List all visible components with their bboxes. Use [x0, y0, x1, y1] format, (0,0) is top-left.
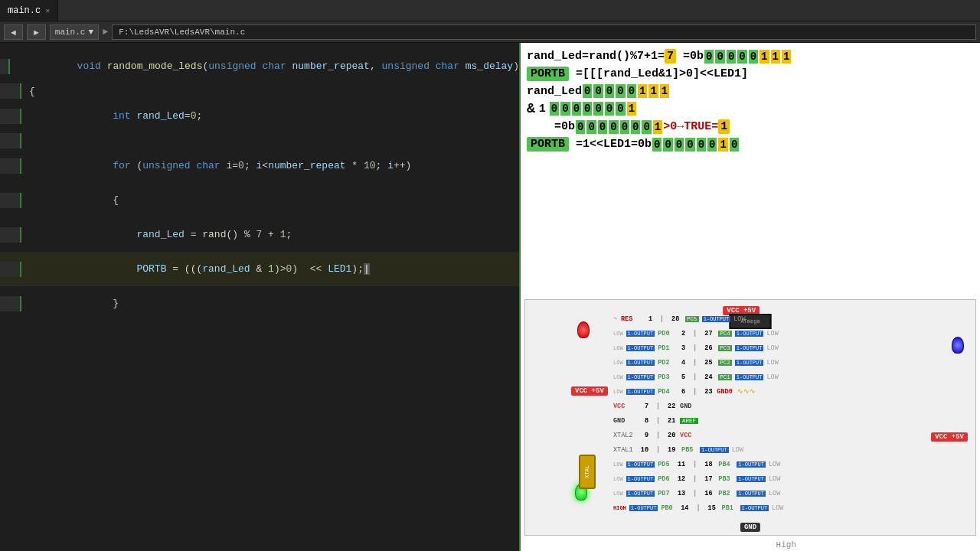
pin-row-8: GND 8 | 21 AREF: [613, 413, 783, 428]
pin6-pin: PD4: [658, 388, 673, 396]
nav-back-button[interactable]: ◄: [4, 24, 23, 40]
pin2-pin: PD0: [658, 330, 673, 337]
pin-row-1: ~ RES 1 | 28 PC5 1-OUTPUT LOW: [613, 311, 783, 326]
pin15-mode: 1-OUTPUT: [740, 505, 769, 511]
chevron-down-icon: ▼: [88, 28, 93, 37]
eq-bit-5: 1: [760, 50, 769, 64]
gnd-bottom-badge: GND: [740, 523, 760, 532]
eq-bit-6: 1: [771, 50, 780, 64]
pin14-state: HIGH: [613, 505, 626, 511]
pin24-state: LOW: [766, 373, 778, 381]
tab-main-c[interactable]: main.c ✕: [0, 0, 58, 21]
pin10-num: 10: [638, 446, 648, 454]
pin14-pin: PB0: [661, 504, 676, 512]
eq-bit-2: 0: [727, 50, 736, 64]
line-gutter: [0, 83, 21, 99]
pin4-mode: 1-OUTPUT: [626, 360, 655, 366]
pin14-num: 14: [678, 504, 688, 512]
eq5-bit-0: 0: [652, 138, 662, 152]
eq-bit-0: 0: [704, 50, 714, 64]
pin13-pin: PD7: [658, 490, 673, 497]
code-text: {: [21, 86, 35, 97]
crystal-component: XTAL: [579, 455, 596, 489]
pin13-num: 13: [675, 490, 685, 497]
code-text: int rand_Led=0;: [21, 99, 202, 133]
eq-line-1: rand_Led=rand()%7+1= 7 =0b 0 0 0 0 0 1 1…: [527, 49, 974, 64]
pin16-pb2: PB2: [718, 490, 733, 497]
code-line-6: {: [0, 183, 519, 217]
eq5-bit-6: 1: [718, 138, 727, 152]
eq4-bit-2: 0: [598, 120, 607, 134]
pin7-num-r: 22: [668, 403, 678, 410]
eq-bit-4: 0: [749, 50, 758, 64]
code-line-3: int rand_Led=0;: [0, 99, 519, 133]
line-gutter: [0, 262, 21, 277]
pin27-state: LOW: [766, 330, 778, 337]
pin-row-13: LOW 1-OUTPUT PD7 13 | 16 PB2 1-OUTPUT LO…: [613, 486, 783, 500]
file-dropdown[interactable]: main.c ▼: [50, 24, 99, 40]
crystal-label: XTAL: [584, 465, 590, 478]
eq3-bit-6: 0: [616, 102, 625, 116]
pin13-num-r: 16: [704, 490, 715, 497]
pin1-num: 1: [642, 315, 652, 323]
pin-row-7: VCC 7 | 22 GND: [613, 399, 783, 413]
pin5-pin: PD3: [658, 373, 673, 381]
eq-and-symbol: &: [527, 101, 535, 116]
pin3-num: 3: [675, 344, 685, 352]
pin4-pin: PD2: [658, 359, 673, 367]
pin10-num-r: 19: [668, 446, 678, 454]
eq-bit-3: 0: [737, 50, 746, 64]
nav-forward-button[interactable]: ►: [27, 24, 46, 40]
code-line-9: }: [0, 286, 519, 321]
eq-portb-eq: =[[[rand_Led&1]>0]<<LED1]: [569, 67, 748, 80]
code-line-4: [0, 133, 519, 148]
pin3-state: LOW: [613, 345, 623, 351]
eq-arrow-true: >0→TRUE=: [663, 120, 718, 133]
pin28-mode: 1-OUTPUT: [702, 316, 731, 322]
pin12-mode: 1-OUTPUT: [626, 476, 655, 482]
code-text: PORTB = (((rand_Led & 1)>0) << LED1);|: [21, 252, 370, 286]
pin6-mode: 1-OUTPUT: [626, 389, 655, 395]
tab-close-button[interactable]: ✕: [45, 6, 50, 15]
pin4-state: LOW: [613, 360, 623, 366]
eq4-bit-3: 0: [609, 120, 618, 134]
pin20-vcc: VCC: [680, 432, 691, 439]
pin-row-3: LOW 1-OUTPUT PD1 3 | 26 PC3 1-OUTPUT LOW: [613, 341, 783, 355]
pin14-mode: 1-OUTPUT: [629, 505, 658, 511]
pin4-num-r: 25: [704, 359, 715, 367]
eq4-bit-0: 0: [576, 120, 585, 134]
line-gutter: [0, 296, 21, 311]
eq-equals-0b: =0b: [676, 50, 704, 63]
pin-row-11: LOW 1-OUTPUT PD5 11 | 18 PB4 1-OUTPUT LO…: [613, 457, 783, 471]
code-line-8: PORTB = (((rand_Led & 1)>0) << LED1);|: [0, 252, 519, 286]
vcc-left-label: VCC +5V: [571, 383, 608, 396]
pin28-badge: PC5: [685, 316, 699, 322]
pin8-num-r: 21: [668, 417, 678, 425]
eq-portb2-label: PORTB: [527, 137, 569, 152]
pin16-state: LOW: [769, 490, 780, 497]
equation-area: rand_Led=rand()%7+1= 7 =0b 0 0 0 0 0 1 1…: [527, 49, 974, 155]
code-line-2: {: [0, 83, 519, 99]
line-gutter: [0, 158, 21, 174]
vcc-left-badge: VCC +5V: [571, 386, 608, 396]
eq2-bit-1: 0: [593, 84, 603, 98]
eq-and-1-label: 1: [539, 103, 546, 116]
code-line-7: rand_Led = rand() % 7 + 1;: [0, 217, 519, 252]
eq-randled-prefix: rand_Led=rand()%7+1=: [527, 50, 665, 63]
eq4-bit-6: 0: [642, 120, 651, 134]
pin7-num: 7: [638, 403, 648, 410]
eq3-bit-1: 0: [560, 102, 570, 116]
pin18-pb4: PB4: [718, 461, 733, 468]
pin6-num: 6: [675, 388, 685, 396]
pin18-state: LOW: [769, 461, 780, 468]
led-red-component: [577, 321, 590, 338]
eq5-bit-7: 0: [730, 138, 739, 152]
pin17-mode: 1-OUTPUT: [737, 476, 766, 482]
pin11-num-r: 18: [704, 461, 715, 468]
pin1-num-r: 28: [671, 315, 682, 323]
pin18-mode: 1-OUTPUT: [737, 461, 766, 468]
line-gutter: [0, 59, 10, 74]
pin-row-9: XTAL2 9 | 20 VCC: [613, 428, 783, 442]
pin3-pin: PD1: [658, 344, 673, 352]
pin14-num-r: 15: [708, 504, 719, 512]
